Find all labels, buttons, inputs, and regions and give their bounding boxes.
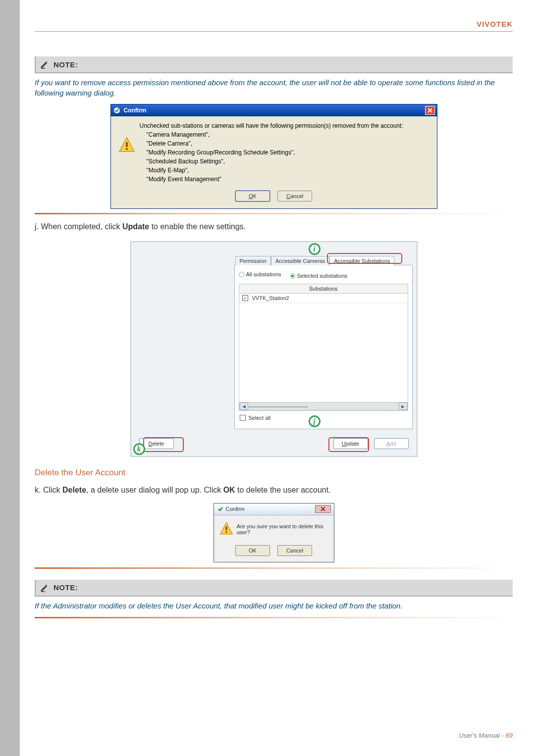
dialog1-perm: "Delete Camera", <box>147 139 430 148</box>
callout-j-highlight <box>328 437 369 452</box>
confirm-dialog-1: Confirm Unchecked sub-stations or camera… <box>110 104 437 209</box>
close-icon[interactable] <box>315 505 331 513</box>
warning-icon <box>118 121 140 184</box>
dialog2-title: Confirm <box>226 506 245 512</box>
step-j-bold: Update <box>122 222 149 231</box>
confirm-dialog-2: Confirm Are you sure you want to delete … <box>214 503 334 562</box>
scroll-right-icon[interactable]: ▶ <box>399 403 407 410</box>
substations-panel: i Permission Accessible Cameras Accessib… <box>130 241 418 457</box>
ok-button[interactable]: OK <box>235 191 270 202</box>
ok-button[interactable]: OK <box>235 545 270 556</box>
step-k-bold1: Delete <box>62 486 86 494</box>
step-k-bold2: OK <box>223 486 235 494</box>
callout-k: k <box>133 443 145 455</box>
step-j-prefix: j. When completed, click <box>35 222 122 231</box>
check-icon <box>217 505 224 512</box>
dialog1-title: Confirm <box>124 107 147 114</box>
select-all-row[interactable]: Select all <box>239 411 408 425</box>
horizontal-scrollbar[interactable]: ◀ ▶ <box>239 402 408 410</box>
note-label-2: NOTE: <box>54 583 78 592</box>
check-icon <box>113 106 121 114</box>
substations-column-header: Substations <box>239 284 408 294</box>
tab-permission[interactable]: Permission <box>235 256 271 265</box>
footer-label: User's Manual - <box>459 732 505 739</box>
add-button[interactable]: Add <box>374 438 409 449</box>
step-k-text: k. Click Delete, a delete user dialog wi… <box>35 485 513 496</box>
brand-label: VIVOTEK <box>35 20 513 28</box>
substation-name: VVTK_Station2 <box>252 295 289 301</box>
note-header-2: NOTE: <box>35 580 513 597</box>
divider <box>35 213 513 214</box>
radio-selected-substations[interactable]: Selected substations <box>290 273 348 279</box>
dialog1-perm: "Modify Recording Group/Recording Schedu… <box>147 148 430 157</box>
footer-page-number: 69 <box>506 732 513 739</box>
callout-k-highlight <box>143 437 184 452</box>
note-intro-text: If you want to remove access permission … <box>35 77 513 98</box>
svg-point-6 <box>225 531 227 533</box>
divider <box>35 617 513 618</box>
dialog1-line1: Unchecked sub-stations or cameras will h… <box>140 121 430 130</box>
left-gutter <box>0 0 20 756</box>
dialog1-perm: "Modify Event Management" <box>147 175 430 184</box>
select-all-checkbox[interactable] <box>240 415 246 421</box>
radio-all-label: All substations <box>246 271 281 277</box>
cancel-button[interactable]: Cancel <box>277 191 312 202</box>
dialog1-perm: "Scheduled Backup Settings", <box>147 157 430 166</box>
select-all-label: Select all <box>249 415 271 421</box>
svg-point-4 <box>126 148 128 150</box>
step-j-suffix: to enable the new settings. <box>149 222 246 231</box>
callout-j-top: j <box>309 415 321 427</box>
page-footer: User's Manual - 69 <box>459 732 513 739</box>
scroll-left-icon[interactable]: ◀ <box>240 403 248 410</box>
substation-row[interactable]: ✓ VVTK_Station2 <box>239 294 408 303</box>
dialog1-perm: "Modify E-Map", <box>147 166 430 175</box>
note-label: NOTE: <box>54 60 78 69</box>
step-k-suffix: to delete the user account. <box>235 486 331 494</box>
close-icon[interactable] <box>425 106 435 115</box>
dialog2-text: Are you sure you want to delete this use… <box>237 523 329 535</box>
dialog1-perm: "Camera Management", <box>147 130 430 139</box>
radio-all-substations[interactable]: All substations <box>239 271 281 277</box>
tab-accessible-cameras[interactable]: Accessible Cameras <box>271 256 329 265</box>
svg-rect-5 <box>225 526 227 530</box>
radio-selected-label: Selected substations <box>297 273 348 279</box>
callout-i: i <box>309 243 321 255</box>
header-rule <box>35 31 513 32</box>
cancel-button[interactable]: Cancel <box>277 545 312 556</box>
pencil-icon <box>40 583 50 593</box>
step-j-text: j. When completed, click Update to enabl… <box>35 221 513 232</box>
note-header: NOTE: <box>35 56 513 73</box>
note2-text: If the Administrator modifies or deletes… <box>35 601 513 611</box>
callout-i-highlight <box>327 253 402 264</box>
dialog1-titlebar: Confirm <box>111 104 437 116</box>
step-k-mid: , a delete user dialog will pop up. Clic… <box>86 486 223 494</box>
substation-checkbox[interactable]: ✓ <box>242 295 248 301</box>
dialog2-titlebar: Confirm <box>214 504 334 515</box>
dialog1-text: Unchecked sub-stations or cameras will h… <box>140 121 430 184</box>
section-delete-user-heading: Delete the User Account <box>35 468 513 478</box>
warning-icon <box>219 521 237 537</box>
svg-rect-3 <box>126 142 127 147</box>
panel-left-column <box>131 242 230 433</box>
step-k-prefix: k. Click <box>35 486 62 494</box>
pencil-icon <box>40 59 50 69</box>
